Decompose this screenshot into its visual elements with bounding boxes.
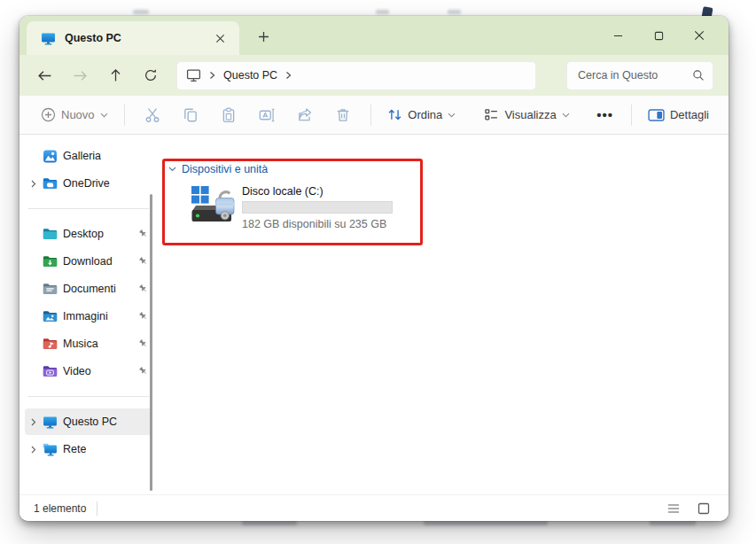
sidebar-item-immagini[interactable]: Immagini xyxy=(25,303,152,330)
sidebar-item-rete[interactable]: Rete xyxy=(25,436,152,462)
navigation-sidebar: Galleria OneD xyxy=(19,136,158,494)
drive-usage-text: 182 GB disponibili su 235 GB xyxy=(242,218,386,230)
group-header-label: Dispositivi e unità xyxy=(182,163,268,175)
location-monitor-icon xyxy=(186,68,201,82)
breadcrumb-chevron-icon[interactable] xyxy=(209,71,215,80)
sidebar-item-label: Desktop xyxy=(63,228,104,240)
sidebar-item-label: Documenti xyxy=(63,283,116,295)
address-bar[interactable]: Questo PC xyxy=(176,61,536,90)
back-button[interactable] xyxy=(27,60,62,90)
sidebar-item-label: Download xyxy=(63,255,113,268)
drive-usage-bar xyxy=(242,201,393,214)
details-button-label: Dettagli xyxy=(670,108,709,121)
toolbar-divider xyxy=(370,105,371,126)
sidebar-item-label: Video xyxy=(63,365,91,377)
sidebar-divider xyxy=(28,396,149,397)
expand-chevron-icon[interactable] xyxy=(27,180,41,188)
paste-button[interactable] xyxy=(209,101,247,129)
screenshot-canvas: Questo PC xyxy=(0,0,756,544)
group-header-devices[interactable]: Dispositivi e unità xyxy=(168,163,268,175)
cut-button[interactable] xyxy=(133,101,171,129)
details-button[interactable]: Dettagli xyxy=(641,101,716,129)
chevron-down-icon xyxy=(448,113,456,118)
collapse-chevron-icon[interactable] xyxy=(168,167,176,172)
expand-chevron-icon[interactable] xyxy=(27,446,41,454)
large-thumbnails-toggle[interactable] xyxy=(693,499,714,518)
gallery-icon xyxy=(41,149,58,164)
forward-button[interactable] xyxy=(62,60,97,90)
toolbar-divider xyxy=(124,105,125,126)
view-button-label: Visualizza xyxy=(504,108,556,121)
sidebar-item-video[interactable]: Video xyxy=(25,358,152,385)
this-pc-icon xyxy=(39,32,57,45)
delete-button[interactable] xyxy=(323,101,362,129)
rename-button[interactable] xyxy=(247,101,285,129)
search-box[interactable] xyxy=(566,61,713,90)
search-icon xyxy=(692,69,705,82)
sidebar-item-label: Musica xyxy=(63,338,98,350)
file-explorer-window: Questo PC xyxy=(19,16,729,521)
titlebar[interactable]: Questo PC xyxy=(19,16,729,55)
onedrive-icon xyxy=(41,177,58,190)
sidebar-divider xyxy=(28,208,149,209)
sidebar-item-download[interactable]: Download xyxy=(25,248,152,275)
sidebar-item-documenti[interactable]: Documenti xyxy=(25,276,152,302)
view-button[interactable]: Visualizza xyxy=(477,101,576,129)
sidebar-item-questo-pc[interactable]: Questo PC xyxy=(25,408,152,435)
background-artifact xyxy=(133,10,149,14)
new-button-label: Nuovo xyxy=(61,108,95,121)
sidebar-item-label: Galleria xyxy=(63,150,101,162)
command-toolbar: Nuovo xyxy=(19,96,729,135)
pin-icon xyxy=(136,229,151,239)
drive-name: Disco locale (C:) xyxy=(242,185,323,198)
folder-videos-icon xyxy=(41,365,58,377)
minimize-button[interactable] xyxy=(597,16,638,55)
drive-item-c[interactable]: Disco locale (C:) 182 GB disponibili su … xyxy=(189,182,419,231)
this-pc-icon xyxy=(41,416,58,429)
background-artifact xyxy=(376,10,389,14)
toolbar-divider xyxy=(631,105,632,126)
bitlocker-drive-icon xyxy=(189,183,238,228)
more-options-button[interactable]: ••• xyxy=(588,107,622,122)
chevron-down-icon xyxy=(100,113,108,118)
maximize-button[interactable] xyxy=(638,16,679,55)
close-button[interactable] xyxy=(679,16,720,55)
refresh-button[interactable] xyxy=(133,60,168,90)
sort-button-label: Ordina xyxy=(408,108,442,121)
status-bar: 1 elemento xyxy=(19,494,729,521)
pin-icon xyxy=(136,366,151,377)
work-area: Galleria OneD xyxy=(19,136,729,494)
pin-icon xyxy=(136,311,151,322)
sort-button[interactable]: Ordina xyxy=(380,101,463,129)
folder-desktop-icon xyxy=(41,228,58,240)
up-button[interactable] xyxy=(97,60,133,90)
sidebar-item-onedrive[interactable]: OneDrive xyxy=(25,170,152,197)
sidebar-scrollbar[interactable] xyxy=(150,194,152,491)
search-input[interactable] xyxy=(578,69,692,82)
pin-icon xyxy=(136,338,151,349)
sidebar-item-galleria[interactable]: Galleria xyxy=(25,143,152,169)
content-pane[interactable]: Dispositivi e unità xyxy=(158,136,729,494)
view-icon xyxy=(484,107,499,122)
tab-close-icon[interactable] xyxy=(209,27,230,49)
copy-button[interactable] xyxy=(171,101,209,129)
share-button[interactable] xyxy=(285,101,323,129)
tab-questo-pc[interactable]: Questo PC xyxy=(27,21,239,55)
item-count: 1 elemento xyxy=(34,502,86,515)
new-button[interactable]: Nuovo xyxy=(34,101,115,129)
sort-icon xyxy=(387,107,402,122)
details-view-toggle[interactable] xyxy=(663,499,684,518)
sidebar-item-musica[interactable]: Musica xyxy=(25,330,152,357)
status-divider xyxy=(97,501,97,516)
sidebar-item-label: Rete xyxy=(63,443,86,455)
expand-chevron-icon[interactable] xyxy=(27,418,41,426)
address-row: Questo PC xyxy=(19,55,729,96)
new-tab-button[interactable] xyxy=(252,25,275,48)
folder-documents-icon xyxy=(41,283,58,295)
breadcrumb-chevron-icon[interactable] xyxy=(285,71,292,80)
sidebar-item-desktop[interactable]: Desktop xyxy=(25,221,152,247)
tab-title: Questo PC xyxy=(65,32,121,44)
sidebar-item-label: OneDrive xyxy=(63,177,110,190)
breadcrumb-location[interactable]: Questo PC xyxy=(223,69,277,82)
chevron-down-icon xyxy=(562,113,570,118)
